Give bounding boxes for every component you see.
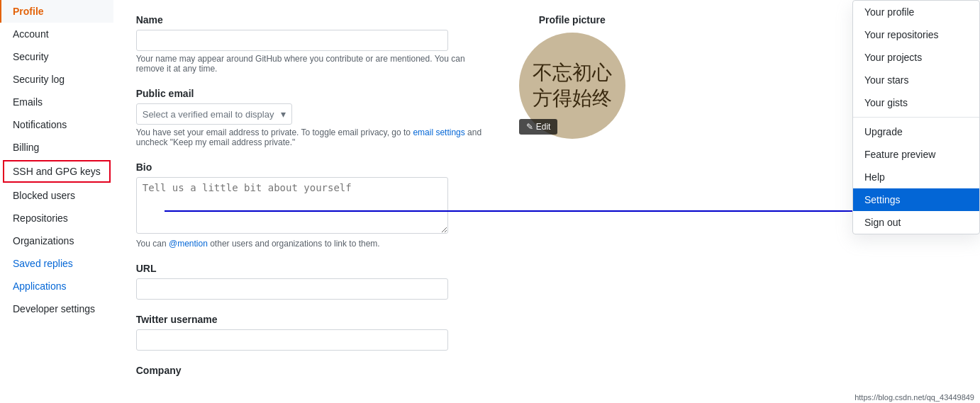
name-help: Your name may appear around GitHub where… xyxy=(136,54,491,74)
sidebar-item-billing[interactable]: Billing xyxy=(0,136,113,159)
sidebar-item-developer-settings[interactable]: Developer settings xyxy=(0,297,113,320)
company-label: Company xyxy=(136,365,491,376)
public-email-select[interactable]: Select a verified email to display ▾ xyxy=(136,103,292,125)
profile-picture-label: Profile picture xyxy=(539,14,606,25)
dropdown-item-upgrade[interactable]: Upgrade xyxy=(853,120,979,143)
dropdown-item-feature-preview[interactable]: Feature preview xyxy=(853,143,979,166)
sidebar-item-account[interactable]: Account xyxy=(0,23,113,45)
dropdown-item-your-projects[interactable]: Your projects xyxy=(853,46,979,69)
sidebar-item-ssh-gpg-keys[interactable]: SSH and GPG keys xyxy=(3,160,111,183)
url-input[interactable] xyxy=(136,278,448,300)
public-email-label: Public email xyxy=(136,88,491,99)
sidebar-item-emails[interactable]: Emails xyxy=(0,91,113,113)
twitter-label: Twitter username xyxy=(136,314,491,325)
sidebar-item-security[interactable]: Security xyxy=(0,45,113,68)
dropdown-item-your-stars[interactable]: Your stars xyxy=(853,69,979,91)
sidebar-item-saved-replies[interactable]: Saved replies xyxy=(0,252,113,275)
bio-textarea[interactable] xyxy=(136,177,448,234)
dropdown-item-your-repositories[interactable]: Your repositories xyxy=(853,23,979,46)
sidebar-item-organizations[interactable]: Organizations xyxy=(0,229,113,252)
bio-label: Bio xyxy=(136,161,491,173)
mention-link[interactable]: @mention xyxy=(169,239,208,249)
dropdown-item-your-profile[interactable]: Your profile xyxy=(853,1,979,23)
sidebar-item-security-log[interactable]: Security log xyxy=(0,68,113,91)
email-help: You have set your email address to priva… xyxy=(136,127,491,147)
bio-help: You can @mention other users and organiz… xyxy=(136,239,491,249)
avatar-text: 不忘初心方得始终 xyxy=(533,60,612,112)
dropdown-item-your-gists[interactable]: Your gists xyxy=(853,91,979,114)
sidebar-item-blocked-users[interactable]: Blocked users xyxy=(0,184,113,207)
user-dropdown-menu: Your profileYour repositoriesYour projec… xyxy=(852,0,980,234)
sidebar-item-repositories[interactable]: Repositories xyxy=(0,207,113,229)
dropdown-item-sign-out[interactable]: Sign out xyxy=(853,211,979,234)
name-label: Name xyxy=(136,14,491,25)
url-bar: https://blog.csdn.net/qq_43449849 xyxy=(849,390,980,403)
sidebar-item-profile[interactable]: Profile xyxy=(0,0,113,23)
email-settings-link[interactable]: email settings xyxy=(413,127,464,137)
edit-avatar-button[interactable]: ✎ Edit xyxy=(519,119,558,135)
url-label: URL xyxy=(136,263,491,274)
sidebar-item-notifications[interactable]: Notifications xyxy=(0,113,113,136)
twitter-input[interactable] xyxy=(136,329,448,351)
main-content: Name Your name may appear around GitHub … xyxy=(113,0,980,403)
name-input[interactable] xyxy=(136,30,448,51)
sidebar: ProfileAccountSecuritySecurity logEmails… xyxy=(0,0,113,403)
dropdown-item-settings[interactable]: Settings xyxy=(853,188,979,211)
chevron-down-icon: ▾ xyxy=(281,108,286,120)
dropdown-item-help[interactable]: Help xyxy=(853,166,979,188)
pencil-icon: ✎ xyxy=(526,122,533,132)
divider1 xyxy=(853,117,979,118)
sidebar-item-applications[interactable]: Applications xyxy=(0,275,113,297)
